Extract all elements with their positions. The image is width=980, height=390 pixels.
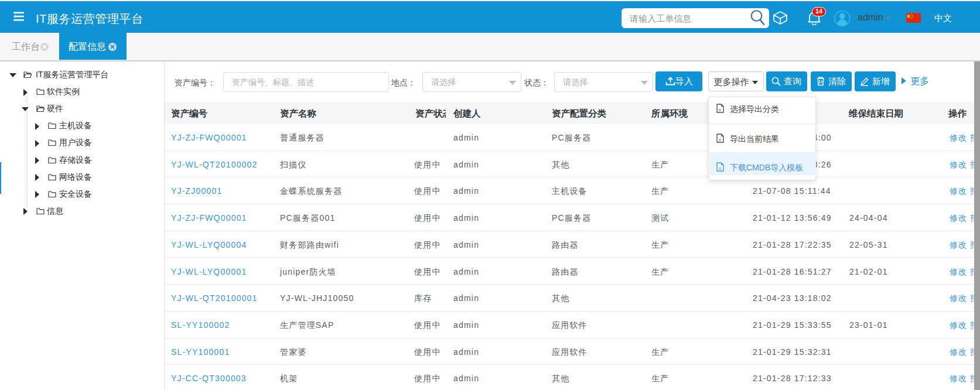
svg-text:x: x	[718, 107, 721, 112]
svg-text:x: x	[718, 137, 721, 142]
svg-text:x: x	[718, 166, 721, 171]
